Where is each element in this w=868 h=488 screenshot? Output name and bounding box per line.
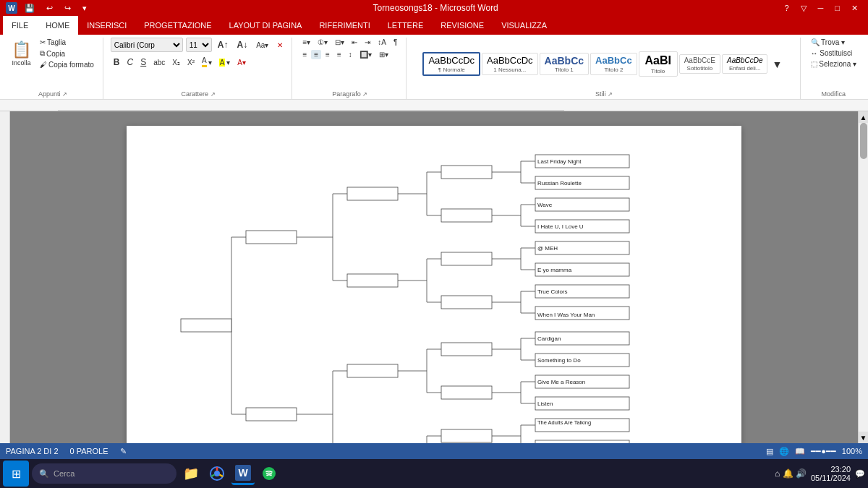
subscript-btn[interactable]: X₂ (169, 58, 183, 67)
italic-btn[interactable]: C (124, 56, 136, 68)
style-enfasi[interactable]: AaBbCcDe Enfasi deli... (722, 54, 767, 74)
multilevel-btn[interactable]: ⊟▾ (332, 38, 347, 47)
start-button[interactable]: ⊞ (3, 461, 29, 487)
svg-text:Last Friday Night: Last Friday Night (537, 158, 582, 165)
align-center-btn[interactable]: ≡ (311, 50, 321, 59)
taskbar-search[interactable]: 🔍 Cerca (32, 463, 176, 484)
decrease-indent-btn[interactable]: ⇤ (349, 38, 360, 47)
scroll-down-btn[interactable]: ▼ (859, 432, 868, 443)
taskbar-spotify[interactable] (258, 462, 281, 485)
view-web-icon[interactable]: 🌐 (779, 447, 789, 456)
taskbar-chrome[interactable] (205, 462, 229, 485)
grow-font-btn[interactable]: A↑ (215, 39, 231, 51)
view-read-icon[interactable]: 📖 (795, 447, 805, 456)
bold-btn[interactable]: B (111, 56, 123, 68)
customize-btn[interactable]: ▾ (78, 0, 91, 16)
highlight-btn[interactable]: A▾ (216, 58, 234, 67)
tab-file[interactable]: FILE (3, 16, 37, 35)
search-icon: 🔍 (39, 469, 49, 479)
maximize-btn[interactable]: □ (830, 0, 844, 16)
svg-point-110 (214, 471, 220, 476)
align-left-btn[interactable]: ≡ (299, 50, 310, 59)
title-bar: W 💾 ↩ ↪ ▾ Torneosongs18 - Microsoft Word… (0, 0, 868, 16)
style-sottotitolo-preview: AaBbCcE (684, 56, 715, 65)
undo-btn[interactable]: ↩ (42, 0, 57, 16)
sostituisci-btn[interactable]: ↔ Sostituisci (808, 48, 856, 58)
shading-btn[interactable]: 🔲▾ (357, 50, 375, 59)
increase-indent-btn[interactable]: ⇥ (362, 38, 373, 47)
tab-layout[interactable]: LAYOUT DI PAGINA (221, 16, 311, 35)
justify-btn[interactable]: ≡ (334, 50, 344, 59)
shrink-font-btn[interactable]: A↓ (234, 39, 250, 51)
ribbon-toggle-btn[interactable]: ▽ (796, 0, 811, 16)
svg-rect-0 (58, 100, 564, 111)
show-marks-btn[interactable]: ¶ (391, 38, 400, 47)
help-btn[interactable]: ? (780, 0, 793, 16)
taskbar-file-explorer[interactable]: 📁 (179, 462, 203, 485)
format-copy-icon: 🖌 (40, 61, 47, 69)
tab-riferimenti[interactable]: RIFERIMENTI (310, 16, 378, 35)
svg-text:Wave: Wave (537, 202, 553, 208)
font-size-select[interactable]: 11 (186, 38, 212, 52)
more-styles-btn[interactable]: ▼ (769, 58, 785, 71)
svg-rect-28 (535, 440, 629, 443)
style-normale[interactable]: AaBbCcDc ¶ Normale (422, 52, 480, 76)
zoom-slider[interactable]: ━━●━━ (811, 447, 836, 456)
modifica-group-label: Modifica (808, 90, 859, 99)
notification-btn[interactable]: 💬 (855, 469, 865, 479)
seleziona-btn[interactable]: ⬚ Seleziona ▾ (808, 59, 859, 69)
font-color-btn[interactable]: A▾ (199, 56, 215, 68)
svg-rect-91 (347, 274, 398, 287)
trova-btn[interactable]: 🔍 Trova ▾ (808, 38, 848, 47)
style-nessuna[interactable]: AaBbCcDc 1 Nessuna... (482, 53, 538, 75)
svg-line-112 (220, 475, 224, 477)
taskbar: ⊞ 🔍 Cerca 📁 W ⌂ 🔔 🔊 23:20 05/11/2024 💬 (0, 459, 868, 488)
svg-rect-70 (441, 343, 492, 356)
numbering-btn[interactable]: ①▾ (315, 38, 331, 47)
change-case-btn[interactable]: Aa▾ (253, 40, 271, 50)
line-spacing-btn[interactable]: ↕ (346, 50, 355, 59)
tab-home[interactable]: HOME (37, 16, 78, 35)
view-normal-icon[interactable]: ▤ (766, 447, 773, 456)
svg-rect-69 (441, 296, 492, 309)
search-placeholder: Cerca (54, 469, 75, 478)
style-titolo2[interactable]: AaBbCc Titolo 2 (590, 53, 637, 75)
bullets-btn[interactable]: ≡▾ (299, 38, 313, 47)
tab-visualizza[interactable]: VISUALIZZA (493, 16, 556, 35)
style-enfasi-label: Enfasi deli... (727, 65, 762, 72)
copia-formato-btn[interactable]: 🖌 Copia formato (37, 60, 97, 69)
scroll-thumb[interactable] (860, 123, 867, 159)
scroll-up-btn[interactable]: ▲ (859, 111, 868, 123)
right-scrollbar[interactable]: ▲ ▼ (858, 111, 868, 443)
underline-btn[interactable]: S (137, 56, 149, 68)
borders-btn[interactable]: ⊞▾ (376, 50, 391, 59)
tab-progettazione[interactable]: PROGETTAZIONE (135, 16, 220, 35)
taskbar-datetime: 23:20 05/11/2024 (811, 465, 851, 482)
font-name-select[interactable]: Calibri (Corp (111, 38, 183, 52)
ribbon-group-modifica: 🔍 Trova ▾ ↔ Sostituisci ⬚ Seleziona ▾ Mo… (802, 38, 865, 99)
incolla-btn[interactable]: 📋 Incolla (9, 38, 34, 69)
superscript-btn[interactable]: X² (184, 58, 197, 67)
style-titolo1[interactable]: AaBbCc Titolo 1 (540, 53, 589, 76)
copia-btn[interactable]: ⧉ Copia (37, 48, 97, 59)
text-color-btn[interactable]: A▾ (234, 58, 249, 67)
style-titolo[interactable]: AaBI Titolo (639, 51, 678, 76)
style-nessuna-label: 1 Nessuna... (487, 67, 533, 73)
taskbar-word[interactable]: W (231, 462, 255, 485)
tab-inserisci[interactable]: INSERISCI (78, 16, 135, 35)
sort-btn[interactable]: ↕A (375, 38, 389, 47)
tab-lettere[interactable]: LETTERE (379, 16, 433, 35)
tab-revisione[interactable]: REVISIONE (432, 16, 493, 35)
minimize-btn[interactable]: ─ (814, 0, 828, 16)
redo-btn[interactable]: ↪ (60, 0, 75, 16)
clear-format-btn[interactable]: ✕ (274, 40, 286, 50)
strikethrough-btn[interactable]: abc (150, 58, 168, 67)
style-sottotitolo[interactable]: AaBbCcE Sottotitolo (679, 54, 720, 74)
style-enfasi-preview: AaBbCcDe (727, 56, 762, 65)
align-right-btn[interactable]: ≡ (323, 50, 333, 59)
close-btn[interactable]: ✕ (847, 0, 862, 16)
taglia-btn[interactable]: ✂ Taglia (37, 38, 97, 47)
save-btn[interactable]: 💾 (20, 0, 39, 16)
doc-content[interactable]: Last Friday Night Russian Roulette Wave … (10, 111, 858, 443)
page-count: PAGINA 2 DI 2 (6, 447, 59, 456)
